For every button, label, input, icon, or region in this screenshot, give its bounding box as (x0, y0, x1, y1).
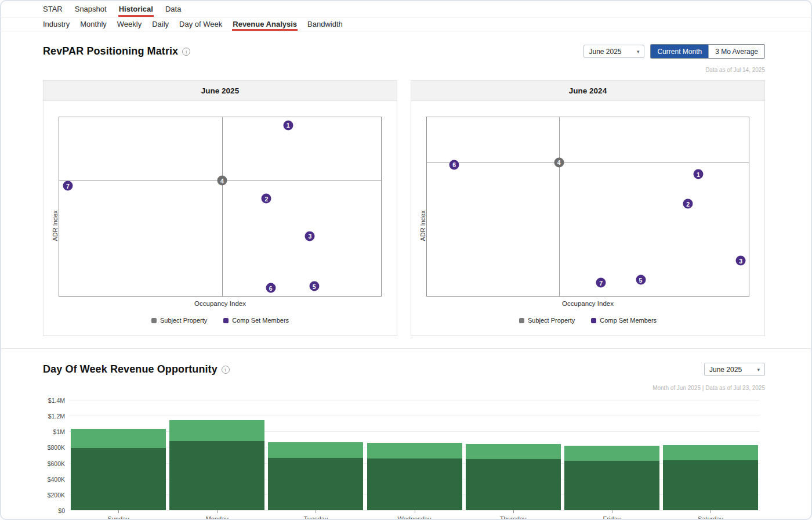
3-mo-average-button[interactable]: 3 Mo Average (708, 45, 764, 58)
revpar-title: RevPAR Positioning Matrix (43, 45, 178, 57)
subject-property-point-4[interactable]: 4 (217, 176, 227, 186)
bar-wednesday[interactable] (367, 443, 462, 510)
comp-set-point-3[interactable]: 3 (736, 256, 746, 266)
bar-segment-bottom-dark-green (268, 458, 363, 510)
comp-set-point-2[interactable]: 2 (262, 194, 271, 204)
comp-set-point-7[interactable]: 7 (63, 181, 72, 191)
bar-sunday[interactable] (71, 429, 166, 510)
tab-daily[interactable]: Daily (151, 17, 169, 31)
bar-segment-top-light-green (367, 443, 462, 458)
bar-segment-bottom-dark-green (466, 459, 561, 510)
y-axis-label: ADR Index (419, 210, 426, 241)
tab-snapshot[interactable]: Snapshot (74, 1, 107, 17)
y-tick-label: $200K (48, 492, 65, 499)
quadrant-plot: 1234567 (426, 117, 749, 297)
tab-weekly[interactable]: Weekly (117, 17, 142, 31)
comp-set-point-1[interactable]: 1 (693, 169, 703, 179)
bar-segment-top-light-green (169, 420, 264, 442)
legend-swatch (151, 318, 157, 323)
x-tick (710, 510, 711, 513)
period-toggle: Current Month3 Mo Average (650, 44, 765, 59)
legend-item-comp-set-members: Comp Set Members (223, 317, 289, 324)
matrix-panel-title: June 2024 (411, 81, 764, 101)
x-tick-label: Thursday (464, 515, 563, 520)
revpar-month-select[interactable]: June 2025 ▾ (583, 45, 644, 58)
dow-month-select-value: June 2025 (709, 366, 742, 374)
secondary-nav: IndustryMonthlyWeeklyDailyDay of WeekRev… (1, 17, 811, 31)
info-icon[interactable]: i (182, 48, 190, 56)
comp-set-point-5[interactable]: 5 (636, 275, 646, 285)
matrix-panel-title: June 2025 (44, 81, 397, 101)
bar-friday[interactable] (564, 446, 659, 510)
app-window: STARSnapshotHistoricalData IndustryMonth… (0, 0, 812, 520)
bar-segment-bottom-dark-green (71, 448, 166, 510)
y-tick-label: $0 (58, 507, 65, 514)
gridline-1.4M: $1.4M (69, 400, 760, 400)
tab-star[interactable]: STAR (42, 1, 63, 17)
bar-segment-bottom-dark-green (169, 441, 264, 510)
legend-item-comp-set-members: Comp Set Members (591, 317, 657, 324)
legend-item-subject-property: Subject Property (519, 317, 575, 324)
y-tick-label: $800K (48, 444, 65, 451)
dow-month-select[interactable]: June 2025 ▾ (704, 363, 765, 376)
crosshair-vertical-line (559, 117, 560, 296)
x-tick (513, 510, 514, 513)
x-tick-label: Saturday (661, 515, 760, 520)
legend-label: Subject Property (160, 317, 207, 324)
crosshair-horizontal-line (427, 162, 749, 163)
x-tick-label: Wednesday (365, 515, 463, 520)
x-tick (217, 510, 217, 513)
section-divider (1, 348, 811, 349)
legend-label: Subject Property (528, 317, 575, 324)
revpar-month-select-value: June 2025 (589, 48, 621, 56)
tab-bandwidth[interactable]: Bandwidth (307, 17, 343, 31)
matrix-panels: June 2025ADR Index1234567Occupancy Index… (43, 80, 765, 336)
primary-nav: STARSnapshotHistoricalData (1, 1, 811, 17)
comp-set-point-2[interactable]: 2 (683, 199, 693, 209)
comp-set-point-5[interactable]: 5 (309, 281, 319, 291)
y-tick-label: $600K (48, 460, 65, 467)
y-tick-label: $400K (48, 476, 65, 483)
tab-data[interactable]: Data (165, 1, 182, 17)
x-tick (118, 510, 119, 513)
bar-segment-bottom-dark-green (564, 461, 659, 511)
tab-monthly[interactable]: Monthly (79, 17, 107, 31)
bar-tuesday[interactable] (268, 442, 363, 510)
bar-monday[interactable] (169, 420, 264, 510)
info-icon[interactable]: i (222, 366, 230, 374)
comp-set-point-3[interactable]: 3 (305, 231, 315, 241)
matrix-panel-june-2025: June 2025ADR Index1234567Occupancy Index… (43, 80, 397, 336)
dow-bar-chart: $0$200K$400K$600K$800K$1M$1.2M$1.4MSunda… (69, 400, 760, 510)
bar-segment-bottom-dark-green (663, 460, 758, 510)
bar-saturday[interactable] (663, 445, 758, 510)
x-tick-label: Monday (168, 515, 266, 520)
comp-set-point-6[interactable]: 6 (449, 160, 459, 169)
subject-property-point-4[interactable]: 4 (554, 157, 564, 167)
x-axis-label: Occupancy Index (44, 300, 397, 307)
tab-industry[interactable]: Industry (42, 17, 70, 31)
x-tick-label: Sunday (69, 515, 168, 520)
revpar-section-header: RevPAR Positioning Matrix i June 2025 ▾ … (43, 44, 765, 59)
chevron-down-icon: ▾ (637, 49, 640, 55)
gridline-1.2M: $1.2M (69, 416, 760, 416)
x-tick (415, 510, 415, 513)
x-tick-label: Tuesday (266, 515, 365, 520)
legend-swatch (519, 318, 524, 323)
tab-revenue-analysis[interactable]: Revenue Analysis (232, 17, 298, 31)
crosshair-vertical-line (222, 117, 223, 296)
bar-thursday[interactable] (466, 444, 561, 510)
tab-historical[interactable]: Historical (118, 1, 154, 17)
bar-segment-top-light-green (268, 442, 363, 458)
current-month-button[interactable]: Current Month (651, 45, 708, 58)
matrix-legend: Subject PropertyComp Set Members (411, 317, 764, 324)
comp-set-point-7[interactable]: 7 (596, 278, 606, 288)
y-tick-label: $1M (53, 428, 65, 435)
comp-set-point-6[interactable]: 6 (266, 283, 276, 293)
y-tick-label: $1.4M (48, 397, 65, 404)
legend-swatch (591, 318, 596, 323)
matrix-panel-body: ADR Index1234567Occupancy IndexSubject P… (44, 117, 397, 335)
comp-set-point-1[interactable]: 1 (283, 120, 293, 130)
matrix-panel-june-2024: June 2024ADR Index1234567Occupancy Index… (411, 80, 765, 336)
tab-day-of-week[interactable]: Day of Week (179, 17, 223, 31)
x-tick (612, 510, 612, 513)
